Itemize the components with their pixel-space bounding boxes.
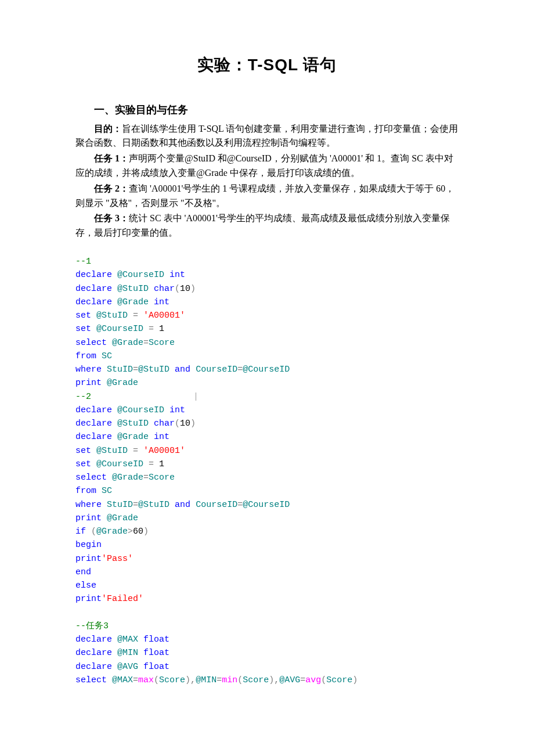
- type-float: float: [143, 648, 169, 658]
- operator: =: [133, 500, 138, 510]
- column: Score: [149, 338, 175, 348]
- number: 10: [180, 284, 190, 294]
- variable: @Grade: [117, 297, 149, 307]
- operator: =: [237, 500, 243, 510]
- variable: @CourseID: [117, 270, 164, 280]
- code-comment: --2: [75, 392, 91, 402]
- column: CourseID: [196, 365, 237, 375]
- variable: @AVG: [117, 662, 138, 672]
- task3-paragraph: 任务 3：统计 SC 表中 'A00001'号学生的平均成绩、最高成绩及最低成绩…: [75, 211, 459, 240]
- type-char: char: [154, 419, 175, 429]
- keyword-declare: declare: [75, 419, 112, 429]
- variable: @StuID: [96, 446, 128, 456]
- paren-comma: ),: [185, 675, 196, 685]
- task1-paragraph: 任务 1：声明两个变量@StuID 和@CourseID，分别赋值为 'A000…: [75, 152, 459, 181]
- operator: =: [300, 675, 305, 685]
- paren: ): [190, 284, 196, 294]
- purpose-text: 旨在训练学生使用 T-SQL 语句创建变量，利用变量进行查询，打印变量值；会使用…: [75, 124, 458, 148]
- keyword-print: print: [75, 594, 102, 604]
- column: Score: [159, 675, 185, 685]
- operator: >: [128, 527, 133, 537]
- keyword-end: end: [75, 567, 91, 577]
- paren: ): [143, 527, 149, 537]
- variable: @MIN: [117, 648, 138, 658]
- purpose-label: 目的：: [94, 124, 122, 134]
- code-block-1: --1 declare @CourseID int declare @StuID…: [75, 242, 459, 687]
- column: StuID: [107, 365, 133, 375]
- task2-paragraph: 任务 2：查询 'A00001'号学生的 1 号课程成绩，并放入变量保存，如果成…: [75, 182, 459, 211]
- keyword-print: print: [75, 513, 102, 523]
- paren: (: [237, 675, 243, 685]
- variable: @StuID: [96, 311, 128, 321]
- keyword-set: set: [75, 311, 91, 321]
- column: CourseID: [196, 500, 237, 510]
- variable: @StuID: [138, 365, 169, 375]
- keyword-and: and: [175, 500, 190, 510]
- variable: @CourseID: [96, 324, 143, 334]
- paren: (: [175, 419, 180, 429]
- purpose-paragraph: 目的：旨在训练学生使用 T-SQL 语句创建变量，利用变量进行查询，打印变量值；…: [75, 122, 459, 151]
- keyword-set: set: [75, 446, 91, 456]
- variable: @StuID: [138, 500, 169, 510]
- keyword-declare: declare: [75, 432, 112, 442]
- variable: @Grade: [107, 378, 138, 388]
- keyword-where: where: [75, 365, 102, 375]
- variable: @Grade: [117, 432, 149, 442]
- paren: (: [175, 284, 180, 294]
- variable: @MAX: [112, 675, 133, 685]
- task1-text: 声明两个变量@StuID 和@CourseID，分别赋值为 'A00001' 和…: [75, 153, 453, 178]
- task3-label: 任务 3：: [94, 213, 129, 223]
- task1-label: 任务 1：: [94, 153, 129, 163]
- operator: =: [149, 459, 154, 469]
- keyword-set: set: [75, 459, 91, 469]
- keyword-declare: declare: [75, 635, 112, 645]
- column: Score: [326, 675, 352, 685]
- variable: @AVG: [279, 675, 300, 685]
- paren: (: [321, 675, 326, 685]
- keyword-and: and: [175, 365, 190, 375]
- operator: =: [237, 365, 243, 375]
- operator: =: [133, 311, 138, 321]
- operator: =: [149, 324, 154, 334]
- func-max: max: [138, 675, 154, 685]
- type-float: float: [143, 662, 169, 672]
- operator: =: [133, 365, 138, 375]
- string-literal: 'A00001': [143, 311, 185, 321]
- variable: @Grade: [112, 473, 143, 483]
- keyword-set: set: [75, 324, 91, 334]
- code-comment: --1: [75, 257, 91, 267]
- string-literal: 'Pass': [102, 554, 133, 564]
- column: Score: [149, 473, 175, 483]
- keyword-select: select: [75, 338, 107, 348]
- variable: @Grade: [107, 513, 138, 523]
- operator: =: [143, 338, 149, 348]
- keyword-declare: declare: [75, 270, 112, 280]
- keyword-if: if: [75, 527, 86, 537]
- variable: @CourseID: [117, 405, 164, 415]
- variable: @CourseID: [243, 500, 290, 510]
- task2-text: 查询 'A00001'号学生的 1 号课程成绩，并放入变量保存，如果成绩大于等于…: [75, 183, 454, 208]
- paren: ): [190, 419, 196, 429]
- section-heading: 一、实验目的与任务: [75, 102, 459, 118]
- variable: @CourseID: [96, 459, 143, 469]
- keyword-select: select: [75, 675, 107, 685]
- variable: @StuID: [117, 284, 149, 294]
- task2-label: 任务 2：: [94, 183, 129, 193]
- document-title: 实验：T-SQL 语句: [75, 52, 459, 78]
- keyword-else: else: [75, 581, 96, 591]
- code-comment: --任务3: [75, 621, 109, 631]
- column: Score: [243, 675, 269, 685]
- keyword-declare: declare: [75, 648, 112, 658]
- variable: @MIN: [196, 675, 217, 685]
- keyword-declare: declare: [75, 405, 112, 415]
- type-int: int: [169, 405, 185, 415]
- operator: =: [217, 675, 222, 685]
- cursor-mark: [196, 393, 196, 401]
- column: StuID: [107, 500, 133, 510]
- variable: @Grade: [112, 338, 143, 348]
- type-int: int: [154, 297, 169, 307]
- type-char: char: [154, 284, 175, 294]
- operator: =: [133, 446, 138, 456]
- func-avg: avg: [305, 675, 321, 685]
- number: 60: [133, 527, 143, 537]
